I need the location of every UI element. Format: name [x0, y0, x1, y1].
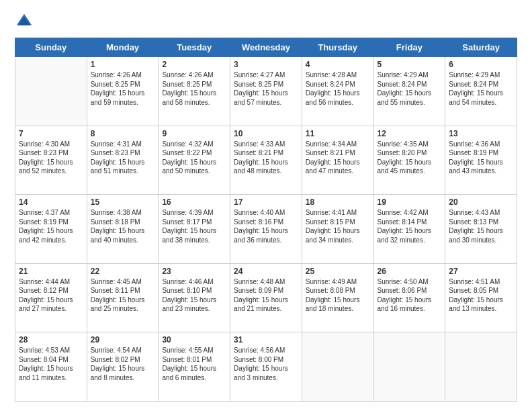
calendar-week-row: 1Sunrise: 4:26 AMSunset: 8:25 PMDaylight…: [15, 57, 517, 126]
logo: [15, 12, 36, 31]
day-number: 13: [449, 129, 513, 138]
weekday-header: Tuesday: [159, 38, 230, 57]
day-info: Sunrise: 4:43 AMSunset: 8:13 PMDaylight:…: [449, 208, 513, 244]
calendar-cell: 15Sunrise: 4:38 AMSunset: 8:18 PMDayligh…: [87, 195, 159, 264]
calendar-cell: 11Sunrise: 4:34 AMSunset: 8:21 PMDayligh…: [302, 126, 373, 195]
day-number: 11: [306, 129, 370, 138]
calendar-cell: 16Sunrise: 4:39 AMSunset: 8:17 PMDayligh…: [159, 195, 230, 264]
calendar-cell: 4Sunrise: 4:28 AMSunset: 8:24 PMDaylight…: [302, 57, 373, 126]
calendar-cell: 27Sunrise: 4:51 AMSunset: 8:05 PMDayligh…: [445, 263, 517, 332]
day-number: 16: [162, 197, 226, 207]
page: SundayMondayTuesdayWednesdayThursdayFrid…: [0, 0, 532, 411]
calendar-cell: 12Sunrise: 4:35 AMSunset: 8:20 PMDayligh…: [373, 126, 445, 195]
day-number: 7: [19, 129, 83, 138]
day-number: 9: [162, 129, 226, 138]
day-info: Sunrise: 4:45 AMSunset: 8:11 PMDaylight:…: [91, 277, 155, 314]
day-number: 29: [91, 335, 155, 345]
day-info: Sunrise: 4:49 AMSunset: 8:08 PMDaylight:…: [306, 277, 370, 314]
day-info: Sunrise: 4:41 AMSunset: 8:15 PMDaylight:…: [306, 208, 370, 244]
calendar-cell: 29Sunrise: 4:54 AMSunset: 8:02 PMDayligh…: [87, 332, 159, 402]
day-info: Sunrise: 4:29 AMSunset: 8:24 PMDaylight:…: [449, 71, 513, 107]
day-info: Sunrise: 4:27 AMSunset: 8:25 PMDaylight:…: [234, 71, 298, 107]
day-info: Sunrise: 4:56 AMSunset: 8:00 PMDaylight:…: [234, 346, 298, 382]
weekday-header: Sunday: [15, 38, 87, 57]
day-number: 5: [378, 60, 442, 69]
day-info: Sunrise: 4:29 AMSunset: 8:24 PMDaylight:…: [378, 71, 442, 107]
weekday-header: Friday: [373, 38, 445, 57]
calendar-cell: 23Sunrise: 4:46 AMSunset: 8:10 PMDayligh…: [159, 263, 230, 332]
day-number: 14: [19, 197, 83, 207]
calendar-cell: 18Sunrise: 4:41 AMSunset: 8:15 PMDayligh…: [302, 195, 373, 264]
calendar-header-row: SundayMondayTuesdayWednesdayThursdayFrid…: [15, 38, 517, 57]
calendar-cell: 31Sunrise: 4:56 AMSunset: 8:00 PMDayligh…: [230, 332, 302, 402]
day-number: 25: [306, 267, 370, 276]
day-info: Sunrise: 4:31 AMSunset: 8:23 PMDaylight:…: [91, 140, 155, 176]
weekday-header: Monday: [87, 38, 159, 57]
calendar-cell: 5Sunrise: 4:29 AMSunset: 8:24 PMDaylight…: [373, 57, 445, 126]
calendar-cell: 10Sunrise: 4:33 AMSunset: 8:21 PMDayligh…: [230, 126, 302, 195]
day-number: 28: [19, 335, 83, 345]
day-number: 23: [162, 267, 226, 276]
weekday-header: Thursday: [302, 38, 373, 57]
day-number: 15: [91, 197, 155, 207]
calendar-cell: 13Sunrise: 4:36 AMSunset: 8:19 PMDayligh…: [445, 126, 517, 195]
calendar-cell: 1Sunrise: 4:26 AMSunset: 8:25 PMDaylight…: [87, 57, 159, 126]
calendar-cell: 9Sunrise: 4:32 AMSunset: 8:22 PMDaylight…: [159, 126, 230, 195]
weekday-header: Wednesday: [230, 38, 302, 57]
day-number: 26: [378, 267, 442, 276]
calendar-week-row: 21Sunrise: 4:44 AMSunset: 8:12 PMDayligh…: [15, 263, 517, 332]
day-info: Sunrise: 4:34 AMSunset: 8:21 PMDaylight:…: [306, 140, 370, 176]
calendar-cell: [445, 332, 517, 402]
day-info: Sunrise: 4:30 AMSunset: 8:23 PMDaylight:…: [19, 140, 83, 176]
calendar-cell: 8Sunrise: 4:31 AMSunset: 8:23 PMDaylight…: [87, 126, 159, 195]
day-info: Sunrise: 4:48 AMSunset: 8:09 PMDaylight:…: [234, 277, 298, 314]
day-number: 2: [162, 60, 226, 69]
day-info: Sunrise: 4:39 AMSunset: 8:17 PMDaylight:…: [162, 208, 226, 244]
day-info: Sunrise: 4:54 AMSunset: 8:02 PMDaylight:…: [91, 346, 155, 382]
day-info: Sunrise: 4:35 AMSunset: 8:20 PMDaylight:…: [378, 140, 442, 176]
day-info: Sunrise: 4:50 AMSunset: 8:06 PMDaylight:…: [378, 277, 442, 314]
calendar-cell: 26Sunrise: 4:50 AMSunset: 8:06 PMDayligh…: [373, 263, 445, 332]
day-info: Sunrise: 4:32 AMSunset: 8:22 PMDaylight:…: [162, 140, 226, 176]
day-info: Sunrise: 4:26 AMSunset: 8:25 PMDaylight:…: [162, 71, 226, 107]
day-info: Sunrise: 4:36 AMSunset: 8:19 PMDaylight:…: [449, 140, 513, 176]
day-info: Sunrise: 4:51 AMSunset: 8:05 PMDaylight:…: [449, 277, 513, 314]
day-number: 19: [378, 197, 442, 207]
calendar-cell: 25Sunrise: 4:49 AMSunset: 8:08 PMDayligh…: [302, 263, 373, 332]
day-number: 10: [234, 129, 298, 138]
day-info: Sunrise: 4:42 AMSunset: 8:14 PMDaylight:…: [378, 208, 442, 244]
day-number: 22: [91, 267, 155, 276]
calendar-cell: 2Sunrise: 4:26 AMSunset: 8:25 PMDaylight…: [159, 57, 230, 126]
day-info: Sunrise: 4:26 AMSunset: 8:25 PMDaylight:…: [91, 71, 155, 107]
calendar-body: 1Sunrise: 4:26 AMSunset: 8:25 PMDaylight…: [15, 57, 517, 402]
day-info: Sunrise: 4:55 AMSunset: 8:01 PMDaylight:…: [162, 346, 226, 382]
calendar-week-row: 28Sunrise: 4:53 AMSunset: 8:04 PMDayligh…: [15, 332, 517, 402]
day-number: 17: [234, 197, 298, 207]
calendar-cell: 30Sunrise: 4:55 AMSunset: 8:01 PMDayligh…: [159, 332, 230, 402]
day-number: 27: [449, 267, 513, 276]
day-info: Sunrise: 4:33 AMSunset: 8:21 PMDaylight:…: [234, 140, 298, 176]
day-number: 4: [306, 60, 370, 69]
day-number: 20: [449, 197, 513, 207]
day-number: 18: [306, 197, 370, 207]
calendar-cell: 7Sunrise: 4:30 AMSunset: 8:23 PMDaylight…: [15, 126, 87, 195]
day-info: Sunrise: 4:53 AMSunset: 8:04 PMDaylight:…: [19, 346, 83, 382]
calendar-cell: [302, 332, 373, 402]
day-number: 30: [162, 335, 226, 345]
day-number: 6: [449, 60, 513, 69]
day-info: Sunrise: 4:46 AMSunset: 8:10 PMDaylight:…: [162, 277, 226, 314]
day-info: Sunrise: 4:28 AMSunset: 8:24 PMDaylight:…: [306, 71, 370, 107]
calendar-cell: 22Sunrise: 4:45 AMSunset: 8:11 PMDayligh…: [87, 263, 159, 332]
weekday-header: Saturday: [445, 38, 517, 57]
calendar-cell: 19Sunrise: 4:42 AMSunset: 8:14 PMDayligh…: [373, 195, 445, 264]
day-number: 8: [91, 129, 155, 138]
calendar-cell: 3Sunrise: 4:27 AMSunset: 8:25 PMDaylight…: [230, 57, 302, 126]
logo-icon: [15, 12, 34, 31]
calendar-cell: 20Sunrise: 4:43 AMSunset: 8:13 PMDayligh…: [445, 195, 517, 264]
calendar-cell: 17Sunrise: 4:40 AMSunset: 8:16 PMDayligh…: [230, 195, 302, 264]
calendar-cell: 28Sunrise: 4:53 AMSunset: 8:04 PMDayligh…: [15, 332, 87, 402]
calendar-cell: [15, 57, 87, 126]
day-info: Sunrise: 4:40 AMSunset: 8:16 PMDaylight:…: [234, 208, 298, 244]
day-info: Sunrise: 4:37 AMSunset: 8:19 PMDaylight:…: [19, 208, 83, 244]
calendar-week-row: 7Sunrise: 4:30 AMSunset: 8:23 PMDaylight…: [15, 126, 517, 195]
